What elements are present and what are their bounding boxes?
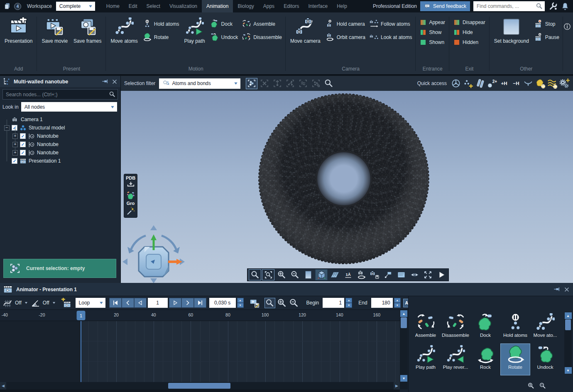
close-icon[interactable] <box>563 286 570 293</box>
tree-item-structural-model[interactable]: −✓Structural model <box>0 124 120 132</box>
tree-expander[interactable]: + <box>12 134 18 139</box>
ribbon-button-disassemble[interactable]: Disassemble <box>241 32 283 42</box>
ribbon-button-orbit-camera[interactable]: Orbit camera <box>324 32 367 42</box>
find-commands-search[interactable] <box>473 1 545 11</box>
menu-apps[interactable]: Apps <box>259 0 279 12</box>
menu-editors[interactable]: Editors <box>279 0 304 12</box>
translation-snap-icon[interactable] <box>2 298 13 308</box>
timeline-fit-button[interactable] <box>264 298 275 308</box>
menu-home[interactable]: Home <box>102 0 124 12</box>
sel-similar-button[interactable] <box>297 78 309 89</box>
preset-dock[interactable]: Dock <box>471 312 500 343</box>
orbit-camera-light-button[interactable] <box>355 269 367 280</box>
bond-pair-icon[interactable] <box>475 78 485 89</box>
menu-biology[interactable]: Biology <box>233 0 258 12</box>
vb-label-button[interactable] <box>382 269 394 280</box>
search-nodes-box[interactable] <box>2 89 118 100</box>
ribbon-button-stop[interactable]: Stop <box>533 19 561 29</box>
vb-play-button[interactable] <box>435 269 447 280</box>
pin-icon[interactable] <box>553 286 560 293</box>
pdb-label[interactable]: PDB <box>126 176 135 180</box>
preset-move-ato-[interactable]: Move ato... <box>531 312 560 343</box>
timeline-zoom-in-button[interactable] <box>277 298 287 308</box>
ribbon-button-pause[interactable]: Pause <box>533 32 561 42</box>
zoom-out-icon[interactable] <box>539 382 546 390</box>
add-keyframe-button[interactable] <box>61 298 72 308</box>
info-icon[interactable] <box>563 22 571 31</box>
color-scheme-icon[interactable] <box>126 191 136 200</box>
tree-item-nanotube[interactable]: +✓Nanotube <box>0 140 120 149</box>
chevron-down-icon[interactable] <box>24 301 29 305</box>
tree-item-nanotube[interactable]: +✓Nanotube <box>0 149 120 157</box>
current-frame-field[interactable]: 1 <box>148 298 168 308</box>
tree-item-camera-1[interactable]: Camera 1 <box>0 115 120 124</box>
tree-checkbox[interactable]: ✓ <box>12 158 17 164</box>
zoom-in-icon[interactable] <box>527 382 535 390</box>
presets-scrollbar[interactable]: ▲ ▼ <box>564 312 572 374</box>
loop-mode-select[interactable]: Loop <box>76 298 105 308</box>
magnifier-button[interactable] <box>323 78 335 89</box>
send-feedback-button[interactable]: Send feedback <box>420 1 470 11</box>
preset-rock[interactable]: Rock <box>471 344 500 375</box>
tree-expander[interactable]: + <box>12 142 18 147</box>
workspace-select[interactable]: Complete <box>56 2 95 11</box>
ribbon-button-hold-camera[interactable]: Hold camera <box>324 19 367 29</box>
search-icon[interactable] <box>536 2 543 10</box>
ribbon-button-rotate[interactable]: Rotate <box>142 32 181 42</box>
play-forward-button[interactable] <box>169 298 181 308</box>
preset-play-path[interactable]: Play path <box>411 344 440 375</box>
timeline-grid[interactable] <box>0 321 400 382</box>
frame-time-spinner[interactable]: ▲▼ <box>237 298 244 308</box>
ribbon-button-dock[interactable]: Dock <box>209 19 240 29</box>
ribbon-button-hold-atoms[interactable]: Hold atoms <box>142 19 181 29</box>
scroll-down-arrow[interactable]: ▼ <box>565 367 572 374</box>
search-icon[interactable] <box>109 91 116 98</box>
ribbon-button-presentation[interactable]: Presentation <box>2 13 35 44</box>
preset-hold-atoms[interactable]: Hold atoms <box>501 312 530 343</box>
look-in-select[interactable]: All nodes <box>21 102 117 112</box>
step-back-button[interactable] <box>122 298 134 308</box>
step-forward-button[interactable] <box>181 298 194 308</box>
translation-snap-value[interactable]: Off <box>14 300 22 306</box>
preferences-wrench-icon[interactable] <box>548 2 557 11</box>
end-field[interactable]: 180 <box>371 298 393 308</box>
scrollbar-thumb[interactable] <box>401 317 407 328</box>
menu-animation[interactable]: Animation <box>202 0 233 12</box>
vb-bg-button[interactable] <box>302 269 314 280</box>
add-surface-icon[interactable] <box>547 78 558 89</box>
rotation-snap-icon[interactable] <box>30 298 41 308</box>
zoom-in-button[interactable] <box>275 269 288 280</box>
pdb-download-icon[interactable] <box>126 181 136 190</box>
preset-play-rever-[interactable]: Play rever... <box>441 344 470 375</box>
preset-disassemble[interactable]: Disassemble <box>441 312 470 343</box>
scrollbar-thumb[interactable] <box>565 319 571 330</box>
ribbon-button-shown[interactable]: Shown <box>419 39 446 46</box>
ribbon-button-undock[interactable]: Undock <box>209 32 240 42</box>
sel-up-button[interactable] <box>272 78 283 89</box>
ribbon-button-appear[interactable]: Appear <box>419 19 446 26</box>
ribbon-button-hide[interactable]: Hide <box>452 29 487 36</box>
preset-rotate[interactable]: Rotate <box>501 344 530 375</box>
tree-expander[interactable]: + <box>12 150 18 156</box>
navigation-gizmo[interactable] <box>122 222 192 284</box>
menu-visualization[interactable]: Visualization <box>165 0 202 12</box>
vb-grid-button[interactable] <box>328 269 341 280</box>
tree-expander[interactable]: − <box>4 125 10 131</box>
notifications-bell-icon[interactable] <box>561 2 570 11</box>
tree-item-nanotube[interactable]: +✓Nanotube <box>0 132 120 140</box>
find-commands-input[interactable] <box>477 3 536 9</box>
ribbon-button-show[interactable]: Show <box>419 29 446 36</box>
close-icon[interactable] <box>111 78 118 85</box>
ribbon-button-move-atoms[interactable]: Move atoms <box>108 13 140 44</box>
scroll-right-arrow[interactable]: ▶ <box>394 382 400 390</box>
search-nodes-input[interactable] <box>6 92 109 97</box>
sel-connected-button[interactable] <box>284 78 296 89</box>
frame-time-field[interactable]: 0,030 s <box>209 298 236 308</box>
gears-plus-icon[interactable] <box>559 78 570 89</box>
charge-2plus-icon[interactable]: 2+ <box>487 78 497 89</box>
magnifier-button[interactable] <box>249 269 261 280</box>
frame-back-button[interactable] <box>134 298 147 308</box>
preset-undock[interactable]: Undock <box>531 344 560 375</box>
tree-checkbox[interactable]: ✓ <box>20 150 26 156</box>
scroll-down-arrow[interactable]: ▼ <box>400 375 407 382</box>
